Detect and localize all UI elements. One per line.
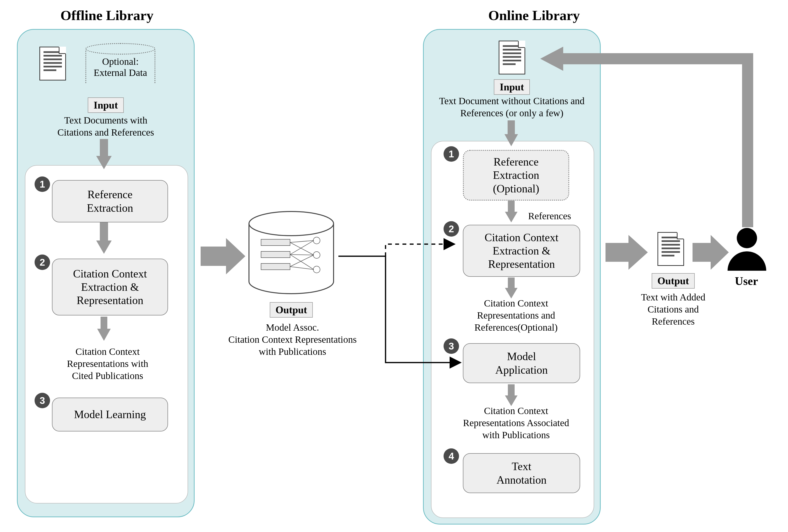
svg-rect-3 xyxy=(261,263,290,270)
offline-steps-panel: Reference Extraction 1 Citation Context … xyxy=(25,165,188,504)
online-mid-2: Citation Context Representations and Ref… xyxy=(453,297,579,334)
external-data-text: Optional: External Data xyxy=(85,43,155,89)
offline-badge-2: 2 xyxy=(35,255,50,270)
external-data-cylinder: Optional: External Data xyxy=(85,43,155,89)
user-icon xyxy=(723,225,771,273)
svg-point-14 xyxy=(737,228,757,248)
db-cylinder xyxy=(244,210,338,297)
online-step-3: Model Application xyxy=(463,343,580,383)
db-output-tag: Output xyxy=(270,302,313,318)
online-step-4: Text Annotation xyxy=(463,453,580,493)
offline-panel: Optional: External Data Input Text Docum… xyxy=(17,29,195,517)
online-step-1: Reference Extraction (Optional) xyxy=(463,150,569,201)
svg-point-0 xyxy=(249,212,334,236)
online-badge-4: 4 xyxy=(444,448,459,464)
arrow-offline-to-db xyxy=(201,238,245,274)
svg-marker-22 xyxy=(226,238,245,274)
svg-point-6 xyxy=(313,266,320,273)
references-label: References xyxy=(528,210,571,222)
document-icon xyxy=(499,41,525,75)
svg-rect-31 xyxy=(606,243,630,262)
offline-title: Offline Library xyxy=(60,7,154,23)
online-badge-1: 1 xyxy=(444,146,459,162)
svg-rect-33 xyxy=(692,243,712,262)
online-steps-panel: Reference Extraction (Optional) 1 Refere… xyxy=(431,141,594,518)
online-title: Online Library xyxy=(488,7,580,23)
svg-point-5 xyxy=(313,252,320,258)
offline-input-tag: Input xyxy=(88,97,123,113)
offline-mid-caption: Citation Context Representations with Ci… xyxy=(45,346,171,382)
output-caption: Text with Added Citations and References xyxy=(633,291,713,328)
online-step-2: Citation Context Extraction & Representa… xyxy=(463,225,580,277)
offline-step-3: Model Learning xyxy=(52,398,168,431)
user-label: User xyxy=(735,274,758,288)
svg-rect-21 xyxy=(201,247,227,266)
arrow-online-to-output xyxy=(606,235,648,270)
svg-marker-32 xyxy=(628,235,648,270)
svg-point-4 xyxy=(313,237,320,244)
document-icon xyxy=(39,47,66,80)
online-input-caption: Text Document without Citations and Refe… xyxy=(429,95,595,119)
online-badge-2: 2 xyxy=(444,221,459,237)
offline-badge-1: 1 xyxy=(35,176,50,192)
online-badge-3: 3 xyxy=(444,338,459,354)
offline-input-caption: Text Documents with Citations and Refere… xyxy=(30,114,182,138)
offline-step-1: Reference Extraction xyxy=(52,180,168,222)
svg-rect-2 xyxy=(261,251,290,258)
offline-badge-3: 3 xyxy=(35,393,50,408)
document-icon xyxy=(657,232,684,266)
online-input-tag: Input xyxy=(494,79,530,95)
db-caption: Model Assoc. Citation Context Representa… xyxy=(225,321,360,358)
online-mid-3: Citation Context Representations Associa… xyxy=(451,405,581,441)
online-panel: Input Text Document without Citations an… xyxy=(423,29,601,525)
svg-rect-1 xyxy=(261,239,290,245)
offline-step-2: Citation Context Extraction & Representa… xyxy=(52,259,168,315)
output-tag: Output xyxy=(652,273,695,289)
svg-rect-35 xyxy=(742,53,753,227)
